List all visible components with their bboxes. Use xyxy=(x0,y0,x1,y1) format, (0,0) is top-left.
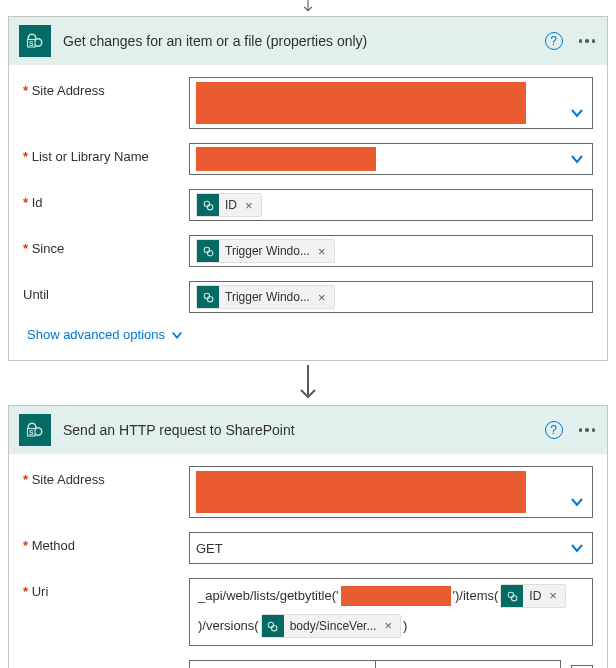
uri-text: )/versions( xyxy=(198,613,259,639)
label-site-address: Site Address xyxy=(23,77,189,98)
input-id[interactable]: ID × xyxy=(189,189,593,221)
token-trigger-window[interactable]: Trigger Windo... × xyxy=(196,239,335,263)
token-remove[interactable]: × xyxy=(316,244,328,259)
svg-point-14 xyxy=(508,592,513,597)
label-id: Id xyxy=(23,189,189,210)
label-site-address: Site Address xyxy=(23,466,189,487)
label-until: Until xyxy=(23,281,189,302)
svg-point-8 xyxy=(204,293,209,298)
token-since-version[interactable]: body/SinceVer... × xyxy=(261,614,401,638)
sharepoint-icon: S xyxy=(19,25,51,57)
action-card-http-request: S Send an HTTP request to SharePoint ? S… xyxy=(8,405,608,668)
token-remove[interactable]: × xyxy=(382,613,394,639)
chevron-down-icon[interactable] xyxy=(570,152,584,166)
svg-point-4 xyxy=(204,201,209,206)
card-header[interactable]: S Get changes for an item or a file (pro… xyxy=(9,17,607,65)
card-title: Send an HTTP request to SharePoint xyxy=(63,422,295,438)
show-advanced-label: Show advanced options xyxy=(27,327,165,342)
headers-value-input[interactable]: Enter value xyxy=(376,660,562,668)
chevron-down-icon[interactable] xyxy=(570,541,584,555)
token-remove[interactable]: × xyxy=(547,583,559,609)
label-method: Method xyxy=(23,532,189,553)
svg-point-7 xyxy=(207,250,212,255)
label-headers: Headers xyxy=(23,660,189,668)
input-uri[interactable]: _api/web/lists/getbytitle(' ')/items( ID… xyxy=(189,578,593,646)
sharepoint-icon xyxy=(197,286,219,308)
help-icon[interactable]: ? xyxy=(545,32,563,50)
input-method[interactable]: GET xyxy=(189,532,593,564)
input-list-name[interactable] xyxy=(189,143,593,175)
uri-text: ')/items( xyxy=(453,583,499,609)
token-label: Trigger Windo... xyxy=(225,244,310,258)
token-label: Trigger Windo... xyxy=(225,290,310,304)
uri-text: _api/web/lists/getbytitle(' xyxy=(198,583,339,609)
arrow-top xyxy=(297,0,319,14)
svg-text:S: S xyxy=(29,429,34,436)
help-icon[interactable]: ? xyxy=(545,421,563,439)
token-label: ID xyxy=(225,198,237,212)
redacted-block xyxy=(341,586,451,606)
card-header[interactable]: S Send an HTTP request to SharePoint ? xyxy=(9,406,607,454)
chevron-down-icon xyxy=(171,329,183,341)
uri-text: ) xyxy=(403,613,407,639)
label-list-name: List or Library Name xyxy=(23,143,189,164)
svg-point-6 xyxy=(204,247,209,252)
token-id[interactable]: ID × xyxy=(500,584,566,608)
input-site-address[interactable] xyxy=(189,466,593,518)
sharepoint-icon xyxy=(262,615,284,637)
show-advanced-toggle[interactable]: Show advanced options xyxy=(27,327,593,342)
chevron-down-icon[interactable] xyxy=(570,495,584,509)
method-value: GET xyxy=(196,541,223,556)
sharepoint-icon xyxy=(197,240,219,262)
input-since[interactable]: Trigger Windo... × xyxy=(189,235,593,267)
sharepoint-icon xyxy=(197,194,219,216)
svg-point-9 xyxy=(207,296,212,301)
input-site-address[interactable] xyxy=(189,77,593,129)
token-trigger-window[interactable]: Trigger Windo... × xyxy=(196,285,335,309)
token-remove[interactable]: × xyxy=(316,290,328,305)
token-remove[interactable]: × xyxy=(243,198,255,213)
svg-point-15 xyxy=(511,595,516,600)
sharepoint-icon xyxy=(501,585,523,607)
token-label: body/SinceVer... xyxy=(290,613,377,639)
redacted-block xyxy=(196,82,526,124)
card-title: Get changes for an item or a file (prope… xyxy=(63,33,367,49)
redacted-block xyxy=(196,147,376,171)
svg-point-16 xyxy=(268,622,273,627)
token-label: ID xyxy=(529,583,541,609)
sharepoint-icon: S xyxy=(19,414,51,446)
svg-text:S: S xyxy=(29,40,34,47)
redacted-block xyxy=(196,471,526,513)
label-since: Since xyxy=(23,235,189,256)
action-card-get-changes: S Get changes for an item or a file (pro… xyxy=(8,16,608,361)
label-uri: Uri xyxy=(23,578,189,599)
input-until[interactable]: Trigger Windo... × xyxy=(189,281,593,313)
svg-point-5 xyxy=(207,204,212,209)
arrow-middle xyxy=(297,365,319,403)
svg-point-17 xyxy=(272,625,277,630)
more-menu-icon[interactable] xyxy=(577,39,598,43)
token-id[interactable]: ID × xyxy=(196,193,262,217)
headers-key-input[interactable]: Enter key xyxy=(189,660,376,668)
more-menu-icon[interactable] xyxy=(577,428,598,432)
chevron-down-icon[interactable] xyxy=(570,106,584,120)
